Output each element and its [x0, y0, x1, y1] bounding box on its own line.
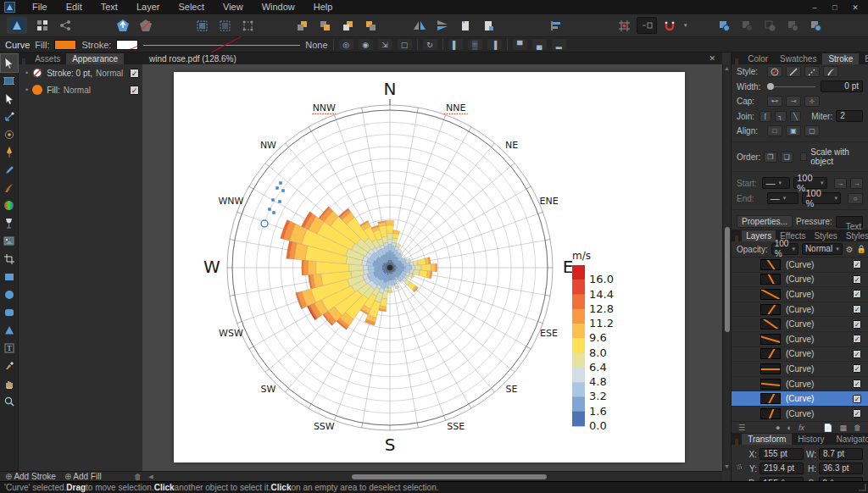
layer-visible-checkbox[interactable]: ✓ — [853, 275, 861, 284]
align-outside-stroke-button[interactable]: ▢ — [804, 125, 820, 136]
arrange-front-icon[interactable] — [292, 17, 312, 34]
menu-file[interactable]: File — [23, 0, 57, 14]
layer-row[interactable]: (Curve)✓ — [732, 287, 868, 302]
tool-pen[interactable] — [1, 143, 18, 161]
tool-view-hand[interactable] — [1, 374, 18, 392]
share-icon[interactable] — [55, 17, 75, 34]
tab-color[interactable]: Color — [742, 53, 774, 64]
start-scale-dropdown[interactable]: 100 %▾ — [793, 177, 826, 189]
insert-exclude-icon[interactable] — [136, 17, 156, 34]
layer-row[interactable]: (Curve)✓ — [732, 332, 868, 347]
stroke-swatch[interactable] — [116, 40, 138, 50]
bool-add-icon[interactable] — [715, 17, 735, 34]
anchor-point-selector[interactable] — [737, 448, 742, 485]
new-group-icon[interactable]: ▦ — [839, 424, 847, 432]
layer-visible-checkbox[interactable]: ✓ — [853, 350, 861, 358]
minimize-button[interactable]: – — [810, 3, 819, 12]
properties-button[interactable]: Properties... — [737, 215, 793, 228]
rotate-selection-icon[interactable]: ↻ — [423, 39, 437, 50]
cap-butt-button[interactable]: ⊷ — [767, 96, 782, 107]
layer-visible-checkbox[interactable]: ✓ — [853, 379, 861, 388]
cap-round-button[interactable]: ⊸ — [786, 96, 801, 107]
layer-effects-fx-icon[interactable]: fx — [798, 424, 804, 432]
bool-xor-icon[interactable] — [783, 17, 804, 34]
layer-visible-checkbox[interactable]: ✓ — [853, 320, 861, 329]
layer-row[interactable]: (Curve)✓ — [732, 377, 868, 392]
document-page[interactable]: NNNENEENEEESESESSESSSWSWWSWWWNWNWNNWm/s1… — [174, 72, 685, 463]
designer-persona-icon[interactable] — [7, 17, 27, 34]
tab-assets[interactable]: Assets — [29, 53, 66, 64]
bool-intersect-icon[interactable] — [760, 17, 781, 34]
end-style-dropdown[interactable]: —▾ — [767, 192, 799, 204]
snap-options-caret-icon[interactable]: ▾ — [682, 22, 689, 29]
cap-square-button[interactable]: ⊹ — [804, 96, 820, 107]
tool-node[interactable] — [1, 90, 18, 108]
delete-layer-icon[interactable]: 🗑 — [854, 424, 861, 432]
combine-add-icon[interactable] — [864, 17, 868, 34]
tool-ellipse[interactable] — [1, 285, 18, 303]
tool-pencil[interactable] — [1, 161, 18, 179]
window-resize-grip[interactable] — [859, 484, 866, 491]
y-field[interactable]: 219.4 pt — [760, 463, 804, 474]
layer-visible-checkbox[interactable]: ✓ — [853, 305, 861, 313]
snap-divider-icon[interactable] — [637, 17, 657, 34]
transform-mode-icon[interactable]: ▢ — [398, 39, 412, 50]
tool-zoom[interactable] — [1, 392, 18, 410]
tool-vector-brush[interactable] — [1, 179, 18, 197]
tab-swatches[interactable]: Swatches — [774, 53, 822, 64]
scroll-up-icon[interactable]: ▲ — [723, 64, 731, 73]
maximize-button[interactable]: □ — [831, 3, 839, 12]
blend-options-gear-icon[interactable]: ⚙ — [846, 245, 854, 254]
layer-row[interactable]: (Curve)✓ — [732, 391, 868, 407]
menu-layer[interactable]: Layer — [127, 0, 170, 14]
panel-grip-icon[interactable]: || — [732, 57, 742, 64]
canvas-area[interactable]: wind rose.pdf (128.6%) ✕ NNNENEENEEESESE… — [142, 53, 722, 471]
rotation-centre-icon[interactable]: ◎ — [339, 39, 353, 50]
h-field[interactable]: 36.3 pt — [819, 463, 863, 474]
align-inside-stroke-button[interactable]: ▣ — [786, 125, 801, 136]
stroke-width-field[interactable]: 0 pt — [821, 80, 863, 92]
snap-magnet-icon[interactable] — [659, 17, 680, 34]
align-left-icon[interactable]: ▌ — [448, 39, 463, 50]
tab-navigator[interactable]: Navigator — [830, 434, 868, 445]
tab-text-styles[interactable]: Text Styles — [842, 221, 868, 241]
scroll-down-icon[interactable]: ▼ — [723, 463, 731, 471]
panel-grip-icon[interactable]: || — [732, 234, 742, 241]
layer-visible-checkbox[interactable]: ✓ — [853, 409, 861, 418]
order-front-button[interactable]: ❏ — [781, 152, 793, 163]
tool-move[interactable] — [1, 54, 18, 72]
arrange-backward-icon[interactable] — [337, 17, 358, 34]
bool-divide-icon[interactable] — [806, 17, 826, 34]
transform-box-icon[interactable] — [237, 17, 258, 34]
add-fill-button[interactable]: ⊕Add Fill — [64, 472, 102, 481]
order-behind-button[interactable]: ❐ — [764, 152, 776, 163]
tool-triangle[interactable] — [1, 321, 18, 339]
align-center-icon[interactable]: ▒ — [468, 39, 482, 50]
tool-transparency[interactable] — [1, 214, 18, 232]
layers-stack-icon[interactable]: ☰ — [738, 424, 745, 432]
snap-grid-icon[interactable] — [614, 17, 634, 34]
join-miter-button[interactable]: ⌈ — [760, 111, 771, 122]
layer-visible-checkbox[interactable]: ✓ — [853, 395, 861, 403]
document-tab[interactable]: wind rose.pdf (128.6%) — [142, 54, 236, 64]
fill-swatch[interactable] — [54, 40, 76, 50]
x-field[interactable]: 155 pt — [760, 448, 804, 460]
menu-text[interactable]: Text — [92, 0, 127, 14]
marquee-dark-icon[interactable] — [214, 17, 235, 34]
layer-visible-checkbox[interactable]: ✓ — [853, 364, 861, 373]
tool-crop[interactable] — [1, 250, 18, 268]
align-center-stroke-button[interactable]: □ — [767, 125, 782, 136]
marquee-select-icon[interactable] — [192, 17, 212, 34]
tool-artistic-text[interactable]: T — [1, 339, 18, 357]
tool-rectangle[interactable] — [1, 268, 18, 285]
new-layer-icon[interactable]: 📄 — [823, 424, 832, 432]
align-right-icon[interactable]: ▐ — [487, 39, 502, 50]
layer-row[interactable]: (Curve)✓ — [732, 347, 868, 363]
fill-visible-checkbox[interactable]: ✓ — [130, 86, 139, 95]
flip-horizontal-icon[interactable] — [409, 17, 430, 34]
layer-visible-checkbox[interactable]: ✓ — [853, 335, 861, 343]
tool-point-transform[interactable] — [1, 108, 18, 125]
tab-history[interactable]: History — [792, 434, 830, 445]
reverse-ends-button[interactable]: → — [850, 178, 863, 189]
style-none-button[interactable] — [767, 66, 782, 77]
